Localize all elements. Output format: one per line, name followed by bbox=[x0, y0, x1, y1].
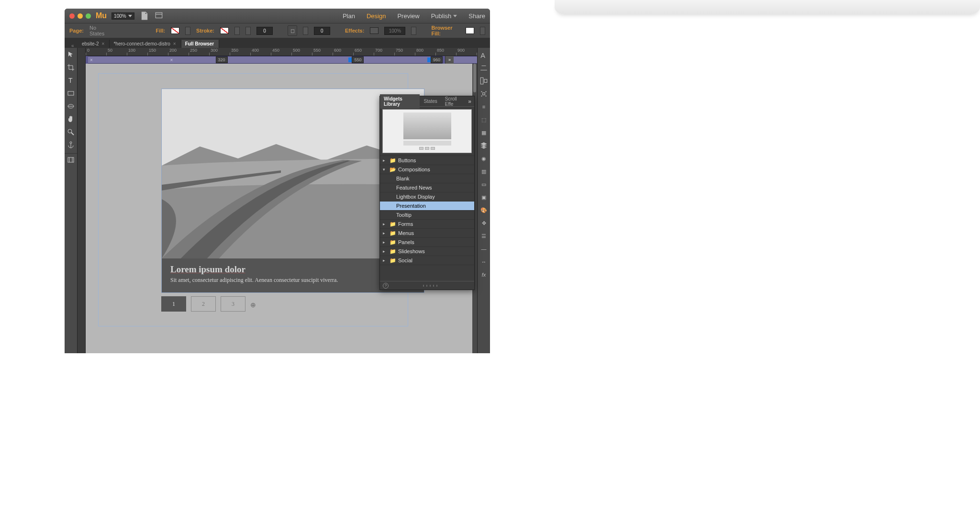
doc-tab-2[interactable]: *hero-connect-demo-distro× bbox=[110, 40, 181, 48]
fit-panel-icon[interactable]: ✥ bbox=[479, 219, 488, 227]
nav-plan[interactable]: Plan bbox=[343, 12, 355, 20]
tree-item-panels[interactable]: ▸📁Panels bbox=[380, 237, 474, 246]
effects-swatch[interactable] bbox=[370, 27, 379, 34]
window-zoom-icon[interactable] bbox=[86, 13, 91, 19]
widget-panel-icon[interactable]: ▣ bbox=[479, 193, 488, 202]
stroke-panel-icon[interactable]: — bbox=[479, 245, 488, 253]
card-title[interactable]: Lorem ipsum dolor bbox=[170, 264, 415, 275]
layers-panel-icon[interactable] bbox=[479, 141, 488, 150]
stroke-options-button[interactable] bbox=[234, 27, 240, 35]
help-icon[interactable]: ? bbox=[383, 283, 389, 289]
tree-item-compositions[interactable]: ▾📂Compositions bbox=[380, 165, 474, 174]
crop-tool-icon[interactable] bbox=[66, 63, 76, 72]
tree-item-social[interactable]: ▸📁Social bbox=[380, 256, 474, 265]
tree-item-tooltip[interactable]: Tooltip bbox=[380, 210, 474, 219]
selection-tool-icon[interactable] bbox=[66, 50, 76, 59]
view-options-icon[interactable] bbox=[155, 11, 163, 20]
stroke-label: Stroke: bbox=[196, 28, 214, 34]
breakpoint-marker-icon[interactable] bbox=[427, 57, 431, 62]
text-tool-icon[interactable]: T bbox=[66, 76, 76, 85]
stroke-stepper[interactable] bbox=[245, 27, 251, 35]
briefcase-icon[interactable]: ▭ bbox=[479, 180, 488, 189]
effects-panel-icon[interactable]: fx bbox=[479, 270, 488, 279]
wrap-panel-icon[interactable]: ≡ bbox=[479, 102, 488, 111]
breakpoint-handle[interactable] bbox=[86, 56, 88, 64]
breakpoint-marker-icon[interactable] bbox=[348, 57, 352, 62]
doc-tab-3[interactable]: Full Browser bbox=[181, 40, 220, 48]
responsive-panel-icon[interactable]: ↔ bbox=[479, 258, 488, 266]
rectangle-tool-icon[interactable] bbox=[66, 89, 76, 98]
tree-item-lightbox-display[interactable]: Lightbox Display bbox=[380, 192, 474, 201]
tree-item-buttons[interactable]: ▸📁Buttons bbox=[380, 156, 474, 165]
tree-item-presentation[interactable]: Presentation bbox=[380, 201, 474, 210]
close-icon[interactable]: × bbox=[173, 41, 176, 46]
zoom-value: 100% bbox=[114, 13, 126, 19]
anchor-tool-icon[interactable] bbox=[66, 140, 76, 150]
panel-empty-area bbox=[380, 265, 474, 281]
panel-tab-widgets[interactable]: Widgets Library bbox=[380, 94, 420, 109]
breakpoint-bar[interactable]: × × 320 550 960 » bbox=[86, 56, 477, 64]
close-icon[interactable]: × bbox=[170, 57, 173, 63]
tree-item-featured-news[interactable]: Featured News bbox=[380, 183, 474, 192]
nav-preview[interactable]: Preview bbox=[397, 12, 419, 20]
page-state[interactable]: No States bbox=[89, 25, 110, 36]
svg-point-7 bbox=[70, 142, 72, 144]
tree-item-forms[interactable]: ▸📁Forms bbox=[380, 219, 474, 228]
frame-tool-icon[interactable] bbox=[65, 153, 77, 163]
nav-share[interactable]: Share bbox=[468, 12, 485, 20]
browser-fill-options-button[interactable] bbox=[480, 27, 485, 35]
zoom-select[interactable]: 100% bbox=[111, 12, 134, 20]
tree-item-slideshows[interactable]: ▸📁Slideshows bbox=[380, 246, 474, 256]
window-minimize-icon[interactable] bbox=[78, 13, 83, 19]
card-subtitle[interactable]: Sit amet, consectetur adipiscing elit. A… bbox=[170, 277, 415, 284]
align-panel-icon[interactable] bbox=[479, 77, 488, 85]
corner-stepper[interactable] bbox=[303, 27, 308, 35]
fill-swatch[interactable] bbox=[171, 27, 179, 34]
trigger-2-button[interactable]: 2 bbox=[191, 296, 216, 312]
nav-design[interactable]: Design bbox=[367, 12, 386, 20]
swatches-panel-icon[interactable]: 🎨 bbox=[479, 206, 488, 214]
effects-options-button[interactable] bbox=[411, 27, 416, 35]
panel-tab-states[interactable]: States bbox=[420, 97, 441, 106]
transform-panel-icon[interactable]: ⬚ bbox=[479, 115, 488, 124]
panel-tab-scroll[interactable]: Scroll Effe bbox=[441, 94, 468, 109]
resize-grip-icon[interactable] bbox=[423, 285, 437, 287]
list-panel-icon[interactable]: ☰ bbox=[479, 232, 488, 240]
ellipse-tool-icon[interactable] bbox=[66, 101, 76, 111]
cc-libraries-icon[interactable]: ◉ bbox=[479, 154, 488, 163]
corner-radius-input[interactable] bbox=[314, 27, 330, 35]
spacing-panel-icon[interactable] bbox=[479, 90, 488, 98]
svg-point-16 bbox=[481, 91, 482, 92]
breakpoint-2-label: 550 bbox=[352, 56, 364, 63]
close-icon[interactable]: × bbox=[90, 57, 93, 63]
trigger-3-button[interactable]: 3 bbox=[221, 296, 245, 312]
stroke-swatch[interactable] bbox=[220, 27, 229, 34]
svg-rect-0 bbox=[156, 12, 162, 18]
tree-item-blank[interactable]: Blank bbox=[380, 174, 474, 183]
character-panel-icon[interactable] bbox=[479, 64, 488, 72]
window-close-icon[interactable] bbox=[69, 13, 75, 19]
library-panel-icon[interactable]: ▥ bbox=[479, 167, 488, 176]
new-page-icon[interactable] bbox=[140, 11, 149, 20]
widget-category-tree: ▸📁Buttons ▾📂Compositions Blank Featured … bbox=[380, 156, 474, 265]
svg-rect-14 bbox=[480, 78, 483, 84]
opacity-input[interactable] bbox=[384, 27, 405, 35]
assets-panel-icon[interactable]: ▦ bbox=[479, 128, 488, 137]
stroke-width-input[interactable] bbox=[256, 27, 273, 35]
doc-tab-1[interactable]: ebsite-2× bbox=[78, 40, 110, 48]
browser-fill-label: Browser Fill: bbox=[431, 25, 459, 36]
trigger-1-button[interactable]: 1 bbox=[161, 296, 186, 312]
close-icon[interactable]: × bbox=[102, 41, 105, 46]
panel-collapse-icon[interactable]: « bbox=[71, 43, 76, 48]
panel-menu-icon[interactable]: » bbox=[468, 98, 471, 105]
nav-publish[interactable]: Publish bbox=[431, 12, 457, 20]
tree-item-menus[interactable]: ▸📁Menus bbox=[380, 228, 474, 237]
zoom-tool-icon[interactable] bbox=[66, 127, 76, 137]
browser-fill-swatch[interactable] bbox=[466, 27, 474, 34]
hand-tool-icon[interactable] bbox=[66, 114, 76, 124]
next-breakpoint-icon[interactable]: » bbox=[445, 56, 454, 64]
text-panel-icon[interactable]: A bbox=[479, 51, 488, 59]
fill-options-button[interactable] bbox=[185, 27, 190, 35]
corner-icon[interactable]: ◻ bbox=[288, 25, 297, 36]
add-trigger-icon[interactable]: ⊕ bbox=[250, 301, 256, 307]
